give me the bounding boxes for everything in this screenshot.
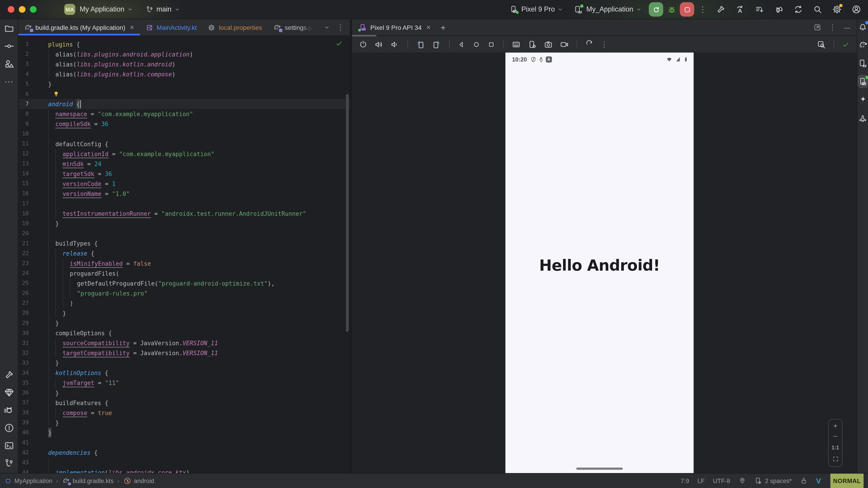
line-number[interactable]: 35 [18, 378, 29, 388]
line-number[interactable]: 16 [18, 189, 29, 199]
inspections-ok-icon[interactable] [336, 40, 343, 47]
gesture-navigation-pill[interactable] [576, 467, 623, 470]
code-line[interactable]: 20 [18, 228, 350, 238]
code-line[interactable]: 7android { [18, 99, 350, 109]
line-number[interactable]: 28 [18, 308, 29, 318]
code-editor[interactable]: 1plugins {2alias(libs.plugins.android.ap… [18, 36, 350, 473]
volume-up-icon[interactable] [374, 39, 384, 49]
code-line[interactable]: 41 [18, 437, 350, 448]
code-line[interactable]: 28} [18, 308, 350, 318]
caret-position-widget[interactable]: 7:9 [681, 477, 689, 484]
run-tasks-icon[interactable] [754, 4, 765, 14]
branch-selector[interactable]: main [145, 5, 180, 13]
resource-manager-button[interactable] [2, 57, 16, 70]
line-number[interactable]: 20 [18, 228, 29, 238]
code-line[interactable]: 42dependencies { [18, 448, 350, 457]
line-number[interactable]: 39 [18, 418, 29, 428]
code-line[interactable]: 35jvmTarget = "11" [18, 378, 350, 388]
volume-down-icon[interactable] [391, 39, 400, 49]
line-number[interactable]: 13 [18, 159, 29, 169]
panel-options-kebab[interactable]: ⋮ [829, 23, 836, 32]
gradle-sync-icon[interactable] [793, 4, 803, 14]
code-line[interactable]: 26"proguard-rules.pro" [18, 288, 350, 298]
overview-icon[interactable] [487, 40, 495, 48]
code-line[interactable]: 4alias(libs.plugins.kotlin.compose) [18, 69, 350, 79]
code-line[interactable]: 8namespace = "com.example.myapplication" [18, 109, 350, 119]
run-config-selector[interactable]: My_Application [574, 5, 642, 14]
app-quality-insights-button[interactable] [2, 386, 16, 399]
notifications-button[interactable] [857, 20, 868, 33]
code-line[interactable]: 39} [18, 418, 350, 428]
code-line[interactable]: 37buildFeatures { [18, 398, 350, 408]
line-number[interactable]: 1 [18, 39, 29, 49]
code-line[interactable]: 9compileSdk = 36 [18, 119, 350, 129]
account-icon[interactable] [851, 4, 862, 14]
line-number[interactable]: 26 [18, 288, 29, 298]
close-icon[interactable]: ✕ [426, 24, 431, 31]
fit-to-window-icon[interactable] [832, 455, 839, 463]
line-number[interactable]: 31 [18, 338, 29, 348]
tab-settings-gradle[interactable]: settings.g [268, 20, 318, 35]
window-minimize-button[interactable] [19, 6, 25, 13]
screen-record-icon[interactable] [560, 39, 569, 49]
attach-debugger-icon[interactable] [774, 4, 784, 14]
line-number[interactable]: 43 [18, 457, 29, 467]
line-number[interactable]: 6 [18, 89, 29, 99]
window-zoom-button[interactable] [30, 6, 36, 13]
terminal-tool-button[interactable] [2, 439, 16, 452]
breadcrumb-module[interactable]: MyApplication [4, 477, 53, 484]
line-number[interactable]: 25 [18, 278, 29, 288]
code-line[interactable]: 40} [18, 428, 350, 437]
device-inspections-ok-icon[interactable] [842, 41, 849, 48]
code-line[interactable]: 30compileOptions { [18, 328, 350, 338]
line-number[interactable]: 18 [18, 208, 29, 219]
close-icon[interactable]: ✕ [130, 24, 134, 31]
code-line[interactable]: 21buildTypes { [18, 238, 350, 249]
line-number[interactable]: 10 [18, 129, 29, 139]
line-number[interactable]: 17 [18, 199, 29, 208]
tab-pixel-9-pro[interactable]: Pixel 9 Pro API 34 ✕ [359, 23, 436, 32]
code-line[interactable]: 17 [18, 199, 350, 208]
rotate-right-icon[interactable] [432, 39, 441, 49]
open-in-window-icon[interactable] [813, 23, 821, 32]
code-line[interactable]: 19} [18, 219, 350, 228]
line-number[interactable]: 40 [18, 428, 29, 437]
add-device-tab-button[interactable]: + [441, 23, 445, 32]
code-line[interactable]: 44implementation(libs.androidx.core.ktx) [18, 467, 350, 473]
code-line[interactable]: 38compose = true [18, 408, 350, 418]
stop-button[interactable] [680, 2, 694, 17]
intention-bulb-icon[interactable] [53, 90, 60, 97]
line-number[interactable]: 22 [18, 249, 29, 258]
build-hammer-icon[interactable] [716, 4, 726, 14]
editor-scrollbar[interactable] [346, 94, 349, 332]
code-line[interactable]: 14targetSdk = 36 [18, 169, 350, 179]
apply-changes-icon[interactable] [735, 4, 745, 14]
code-line[interactable]: 27) [18, 298, 350, 308]
debug-button[interactable] [664, 2, 679, 17]
code-line[interactable]: 13minSdk = 24 [18, 159, 350, 169]
power-icon[interactable] [359, 40, 368, 48]
line-number[interactable]: 38 [18, 408, 29, 418]
editor-panel-splitter[interactable] [350, 20, 352, 473]
code-line[interactable]: 6 [18, 89, 350, 99]
line-number[interactable]: 33 [18, 358, 29, 368]
indent-widget[interactable]: 2 spaces* [754, 477, 792, 485]
code-line[interactable]: 32targetCompatibility = JavaVersion.VERS… [18, 348, 350, 358]
device-manager-button[interactable] [857, 57, 868, 70]
line-number[interactable]: 11 [18, 139, 29, 149]
code-line[interactable]: 18testInstrumentationRunner = "androidx.… [18, 208, 350, 219]
line-number[interactable]: 24 [18, 268, 29, 278]
tab-overflow-chevron-icon[interactable] [323, 24, 330, 31]
line-number[interactable]: 9 [18, 119, 29, 129]
home-icon[interactable] [472, 40, 480, 48]
line-number[interactable]: 27 [18, 298, 29, 308]
screenshot-camera-icon[interactable] [544, 39, 553, 49]
line-number[interactable]: 44 [18, 467, 29, 473]
emulator-screen[interactable]: 10:20 A Hello Android! [505, 53, 694, 473]
code-line[interactable]: 29} [18, 318, 350, 328]
code-line[interactable]: 24proguardFiles( [18, 268, 350, 278]
line-number[interactable]: 4 [18, 69, 29, 79]
gradle-tool-button[interactable] [857, 38, 868, 52]
code-line[interactable]: 11defaultConfig { [18, 139, 350, 149]
problems-tool-button[interactable] [2, 421, 16, 434]
